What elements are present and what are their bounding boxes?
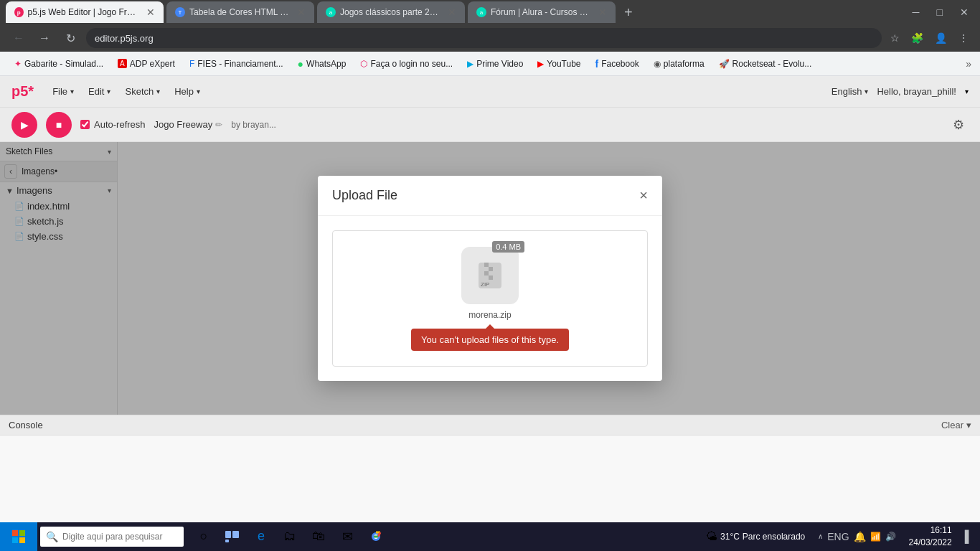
drop-zone[interactable]: 0.4 MB ZIP xyxy=(332,230,648,367)
tab-favicon-forum: a xyxy=(476,7,486,17)
auto-refresh-checkbox[interactable] xyxy=(80,120,90,129)
notifications-icon[interactable]: 🔔 xyxy=(854,531,866,542)
bookmark-icon-youtube: ▶ xyxy=(537,59,544,69)
tab-jogos[interactable]: a Jogos clássicos parte 2: laços e li...… xyxy=(317,1,465,23)
start-button[interactable] xyxy=(0,522,37,551)
bookmark-plataforma[interactable]: ◉ plataforma xyxy=(648,56,710,72)
editor-topbar: p5* File ▾ Edit ▾ Sketch ▾ Help ▾ Englis… xyxy=(0,76,980,108)
play-button[interactable]: ▶ xyxy=(11,112,37,138)
menu-sketch-label: Sketch xyxy=(125,86,154,97)
auto-refresh-text: Auto-refresh xyxy=(94,119,146,130)
svg-rect-2 xyxy=(489,267,493,271)
console-clear-button[interactable]: Clear ▾ xyxy=(941,420,971,430)
weather-icon: 🌤 xyxy=(706,530,717,543)
tab-close-jogos[interactable]: ✕ xyxy=(448,6,456,18)
menu-help-chevron: ▾ xyxy=(197,88,200,95)
taskbar: 🔍 ○ e 🗂 🛍 ✉ xyxy=(0,522,980,551)
svg-rect-6 xyxy=(12,530,18,536)
tab-favicon-table: T xyxy=(175,7,185,17)
back-button[interactable]: ← xyxy=(9,28,29,48)
taskbar-icon-mail[interactable]: ✉ xyxy=(333,522,362,551)
taskbar-search-bar[interactable]: 🔍 xyxy=(40,527,184,547)
modal-header: Upload File × xyxy=(318,176,662,216)
language-selector[interactable]: English ▾ xyxy=(831,86,869,97)
tab-close-table[interactable]: ✕ xyxy=(297,6,306,18)
taskbar-icon-store[interactable]: 🛍 xyxy=(304,522,333,551)
tab-close-forum[interactable]: ✕ xyxy=(598,6,607,18)
close-window-button[interactable]: ✕ xyxy=(954,4,974,21)
file-thumbnail: 0.4 MB ZIP xyxy=(461,247,519,304)
refresh-button[interactable]: ↻ xyxy=(60,28,80,48)
forward-button[interactable]: → xyxy=(34,28,55,48)
toolbar-right: ⚙ xyxy=(948,113,969,137)
svg-rect-8 xyxy=(12,537,18,543)
bookmark-prime-video[interactable]: ▶ Prime Video xyxy=(461,56,529,72)
new-tab-button[interactable]: + xyxy=(618,4,639,21)
windows-logo-icon xyxy=(12,530,25,543)
bookmark-youtube[interactable]: ▶ YouTube xyxy=(532,56,586,72)
wifi-icon[interactable]: 📶 xyxy=(870,532,881,542)
settings-button[interactable]: ⚙ xyxy=(948,113,969,137)
tab-forum[interactable]: a Fórum | Alura - Cursos online de... ✕ xyxy=(468,1,616,23)
tab-label-table: Tabela de Cores HTML (nome, he... xyxy=(189,7,290,17)
modal-close-button[interactable]: × xyxy=(639,187,648,204)
menu-file-chevron: ▾ xyxy=(70,88,74,95)
bookmark-label-whatsapp: WhatsApp xyxy=(306,59,346,69)
maximize-button[interactable]: □ xyxy=(931,4,948,21)
stop-button[interactable]: ■ xyxy=(46,112,72,138)
taskbar-icon-explorer[interactable]: 🗂 xyxy=(275,522,304,551)
bookmark-facebook[interactable]: f Facebook xyxy=(589,55,644,72)
profile-icon[interactable]: 👤 xyxy=(932,29,950,47)
auto-refresh-label: Auto-refresh xyxy=(80,119,146,130)
bookmark-icon-rocketseat: 🚀 xyxy=(719,59,730,69)
menu-dots-icon[interactable]: ⋮ xyxy=(956,29,971,47)
taskbar-weather[interactable]: 🌤 31°C Parc ensolarado xyxy=(700,530,811,543)
tab-tabela[interactable]: T Tabela de Cores HTML (nome, he... ✕ xyxy=(166,1,314,23)
tab-close-p5[interactable]: ✕ xyxy=(146,6,155,18)
svg-rect-9 xyxy=(19,537,25,543)
menu-help-label: Help xyxy=(174,86,194,97)
bookmark-fies[interactable]: F FIES - Financiament... xyxy=(184,56,289,72)
console-title: Console xyxy=(9,420,941,430)
temperature-label: 31°C xyxy=(720,532,740,542)
menu-file[interactable]: File ▾ xyxy=(45,82,81,101)
sketch-name-area: Jogo Freeway ✏ xyxy=(154,119,223,130)
taskbar-icon-edge[interactable]: e xyxy=(247,522,275,551)
bookmarks-bar: ✦ Gabarite - Simulad... A ADP eXpert F F… xyxy=(0,52,980,76)
show-desktop-button[interactable]: ▌ xyxy=(961,530,977,543)
taskbar-search-input[interactable] xyxy=(62,532,178,542)
bookmark-rocketseat[interactable]: 🚀 Rocketseat - Evolu... xyxy=(713,56,818,72)
tab-p5-editor[interactable]: p p5.js Web Editor | Jogo Freeway ✕ xyxy=(6,1,164,23)
file-preview: 0.4 MB ZIP xyxy=(411,247,569,351)
bookmark-faca-login[interactable]: ⬡ Faça o login no seu... xyxy=(354,56,458,72)
taskbar-icons: ○ e 🗂 🛍 ✉ xyxy=(189,522,390,551)
bookmarks-overflow-button[interactable]: » xyxy=(966,58,971,70)
toolbar: ▶ ■ Auto-refresh Jogo Freeway ✏ by braya… xyxy=(0,108,980,142)
menu-sketch[interactable]: Sketch ▾ xyxy=(118,82,167,101)
extensions-icon[interactable]: 🧩 xyxy=(908,29,926,47)
volume-icon[interactable]: 🔊 xyxy=(885,532,896,542)
taskbar-icon-chrome[interactable] xyxy=(362,522,390,551)
menu-help[interactable]: Help ▾ xyxy=(167,82,207,101)
bookmark-label-fies: FIES - Financiament... xyxy=(197,59,283,69)
menu-edit[interactable]: Edit ▾ xyxy=(81,82,118,101)
bookmark-adp[interactable]: A ADP eXpert xyxy=(112,56,181,72)
bookmark-gabarite[interactable]: ✦ Gabarite - Simulad... xyxy=(9,56,109,72)
console-area: Console Clear ▾ xyxy=(0,415,980,522)
taskbar-clock[interactable]: 16:11 24/03/2022 xyxy=(903,524,958,549)
taskbar-icon-cortana[interactable]: ○ xyxy=(189,522,218,551)
bookmark-label-prime: Prime Video xyxy=(476,59,523,69)
hidden-icons-button[interactable]: ∧ xyxy=(818,532,823,540)
taskbar-icon-taskview[interactable] xyxy=(218,522,247,551)
language-bar-icon[interactable]: ENG xyxy=(827,531,849,542)
taskbar-right: 🌤 31°C Parc ensolarado ∧ ENG 🔔 📶 🔊 16:11… xyxy=(700,524,980,549)
bookmark-whatsapp[interactable]: ● WhatsApp xyxy=(292,55,352,72)
svg-rect-7 xyxy=(19,530,25,536)
edit-sketch-icon[interactable]: ✏ xyxy=(215,120,222,130)
bookmark-star-icon[interactable]: ☆ xyxy=(887,29,903,47)
modal-overlay[interactable]: Upload File × 0.4 MB xyxy=(0,142,980,415)
address-input[interactable] xyxy=(86,28,882,48)
bookmark-icon-fies: F xyxy=(189,59,194,69)
minimize-button[interactable]: ─ xyxy=(907,4,925,21)
upload-modal: Upload File × 0.4 MB xyxy=(318,176,662,381)
